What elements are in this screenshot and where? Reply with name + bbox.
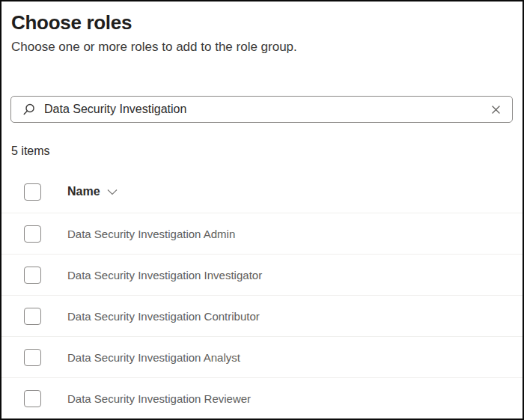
row-checkbox[interactable] — [24, 308, 41, 325]
table-row[interactable]: Data Security Investigation Reviewer — [1, 378, 523, 419]
clear-search-button[interactable] — [489, 103, 503, 117]
chevron-down-icon[interactable] — [107, 189, 118, 195]
row-checkbox[interactable] — [24, 390, 41, 407]
page-subtitle: Choose one or more roles to add to the r… — [11, 39, 512, 55]
table-row[interactable]: Data Security Investigation Admin — [1, 213, 523, 255]
select-all-checkbox[interactable] — [24, 183, 41, 201]
search-box[interactable] — [10, 96, 513, 123]
items-count: 5 items — [11, 144, 523, 158]
table-row[interactable]: Data Security Investigation Investigator — [1, 255, 523, 296]
row-checkbox[interactable] — [24, 225, 41, 243]
table-row[interactable]: Data Security Investigation Contributor — [1, 296, 523, 337]
choose-roles-panel: Choose roles Choose one or more roles to… — [0, 0, 524, 420]
name-column-header[interactable]: Name — [67, 185, 118, 198]
table-header: Name — [1, 171, 523, 213]
role-name: Data Security Investigation Admin — [67, 228, 235, 240]
role-name: Data Security Investigation Analyst — [67, 351, 240, 364]
table-body: Data Security Investigation Admin Data S… — [1, 213, 523, 419]
search-input[interactable] — [44, 103, 481, 116]
role-name: Data Security Investigation Investigator — [67, 269, 262, 281]
table-row[interactable]: Data Security Investigation Analyst — [1, 337, 523, 378]
page-title: Choose roles — [11, 10, 512, 34]
name-column-label: Name — [67, 185, 100, 198]
role-name: Data Security Investigation Contributor — [67, 310, 260, 323]
row-checkbox[interactable] — [24, 267, 41, 284]
roles-table: Name Data Security Investigation Admin D… — [1, 171, 523, 419]
role-name: Data Security Investigation Reviewer — [67, 392, 251, 405]
row-checkbox[interactable] — [24, 349, 41, 366]
clear-x-icon — [490, 104, 502, 115]
search-icon — [22, 103, 36, 117]
